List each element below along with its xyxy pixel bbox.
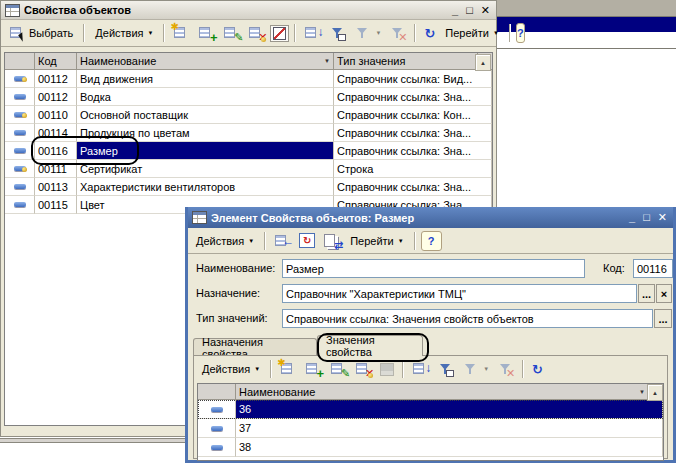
filter-by-value-icon [354, 25, 371, 41]
add-item-button[interactable]: ✱ [170, 23, 193, 43]
property-item-icon [14, 112, 26, 117]
code-field-label: Код: [603, 262, 625, 274]
goto-menu-label: Перейти [445, 27, 489, 39]
separator [402, 360, 404, 378]
reread-button[interactable]: ↻ [296, 231, 318, 250]
properties-table-header: Код Наименование ▼ Тип значения [5, 53, 492, 70]
header-type[interactable]: Тип значения [334, 53, 478, 70]
select-button[interactable]: Выбрать [4, 23, 78, 43]
clear-filter-button[interactable]: ✕ [494, 359, 517, 379]
edit-item-button[interactable]: ✎ [327, 359, 350, 379]
close-button[interactable]: ✕ [658, 212, 667, 223]
filter-settings-button[interactable] [434, 359, 457, 379]
refresh-button[interactable]: ↻ [529, 361, 546, 378]
separator [83, 24, 85, 42]
value-row[interactable]: 37 [198, 419, 663, 438]
sort-button[interactable]: ↓ [409, 359, 432, 379]
table-row-selected[interactable]: 00116 Размер Справочник ссылка: Зна... [5, 142, 492, 160]
code-field[interactable]: 00116 [633, 259, 673, 278]
table-row[interactable]: 00113 Характеристики вентиляторов Справо… [5, 178, 492, 196]
close-button[interactable]: ✕ [481, 5, 490, 16]
write-copy-icon: ⇄ [323, 233, 340, 249]
value-item-icon [211, 407, 223, 412]
sort-button[interactable]: ↓ [301, 23, 324, 43]
chevron-down-icon: ▼ [483, 366, 489, 372]
scroll-up-button[interactable]: ▲ [475, 54, 491, 71]
chevron-down-icon: ▼ [254, 366, 260, 372]
write-button[interactable]: ⇄ [320, 231, 343, 251]
goto-menu-button[interactable]: Перейти ▼ [345, 233, 409, 249]
table-row[interactable]: 00114 Продукция по цветам Справочник ссы… [5, 124, 492, 142]
type-field[interactable]: Справочник ссылка: Значения свойств объе… [282, 309, 653, 328]
maximize-button[interactable]: □ [466, 5, 473, 16]
delete-mark-button[interactable]: ✕ [245, 23, 268, 43]
properties-window-title: Свойства объектов [24, 4, 448, 16]
edit-pencil-icon: ✎ [223, 25, 240, 41]
filter-by-value-button[interactable]: ▼ [351, 23, 384, 43]
separator [414, 24, 416, 42]
purpose-clear-button[interactable]: × [656, 284, 672, 303]
header-code[interactable]: Код [35, 53, 77, 70]
element-form-window: Элемент Свойства объектов: Размер _ □ ✕ … [185, 207, 676, 463]
table-row[interactable]: 00111 Сертификат Строка [5, 160, 492, 178]
property-item-icon [14, 130, 26, 135]
chevron-down-icon: ▼ [248, 238, 254, 244]
go-to-list-button[interactable]: ← [271, 231, 294, 251]
name-field-label: Наименование: [196, 262, 275, 274]
element-titlebar: Элемент Свойства объектов: Размер _ □ ✕ [188, 207, 673, 228]
view-mode-button[interactable] [270, 25, 289, 42]
value-item-icon [211, 426, 223, 431]
purpose-browse-button[interactable]: ... [638, 284, 655, 303]
add-item-button[interactable]: ✱ [277, 359, 300, 379]
arrow-left-list-icon: ← [274, 233, 291, 249]
save-ok-button[interactable] [377, 361, 397, 378]
help-button[interactable]: ? [421, 231, 442, 251]
actions-menu-button[interactable]: Действия ▼ [191, 233, 259, 249]
values-table-header: Наименование ▼ [198, 384, 663, 400]
property-item-icon [14, 184, 26, 189]
edit-item-button[interactable]: ✎ [220, 23, 243, 43]
help-button[interactable]: ? [516, 23, 525, 43]
clear-filter-icon: ✕ [389, 25, 406, 41]
minimize-button[interactable]: _ [452, 5, 458, 16]
select-icon [9, 25, 26, 41]
actions-menu-label: Действия [202, 363, 250, 375]
element-window-title: Элемент Свойства объектов: Размер [211, 212, 625, 224]
refresh-button[interactable]: ↻ [421, 25, 438, 42]
property-item-icon [14, 148, 26, 153]
filter-settings-button[interactable] [326, 23, 349, 43]
background-toolbar-strip [497, 0, 676, 17]
minimize-button[interactable]: _ [629, 212, 635, 223]
delete-mark-button[interactable]: ✕ [352, 359, 375, 379]
value-row-selected[interactable]: 36 [198, 400, 663, 419]
goto-menu-label: Перейти [350, 235, 394, 247]
purpose-field[interactable]: Справочник "Характеристики ТМЦ" [282, 284, 637, 303]
goto-menu-button[interactable]: Перейти ▼ [440, 25, 504, 41]
separator [509, 24, 511, 42]
table-row[interactable]: 00112 Водка Справочник ссылка: Зна... [5, 88, 492, 106]
window-controls: _ □ ✕ [629, 212, 669, 223]
tab-values[interactable]: Значения свойства [317, 335, 423, 356]
clear-filter-button[interactable]: ✕ [386, 23, 409, 43]
value-item-icon [211, 445, 223, 450]
name-field[interactable]: Размер [282, 259, 585, 278]
actions-menu-button[interactable]: Действия ▼ [197, 361, 265, 377]
header-name[interactable]: Наименование ▼ [236, 384, 649, 400]
header-name[interactable]: Наименование ▼ [77, 53, 334, 70]
delete-cross-icon: ✕ [355, 361, 372, 377]
table-row[interactable]: 00110 Основной поставщик Справочник ссыл… [5, 106, 492, 124]
scroll-up-button[interactable]: ▲ [647, 384, 663, 401]
sort-icon: ↓ [304, 25, 321, 41]
add-group-button[interactable]: + [195, 23, 218, 43]
actions-menu-button[interactable]: Действия ▼ [90, 25, 158, 41]
filter-by-value-button[interactable]: ▼ [459, 359, 492, 379]
tab-assignments[interactable]: Назначения свойства [193, 338, 317, 356]
maximize-button[interactable]: □ [643, 212, 650, 223]
window-grid-icon [192, 211, 207, 224]
add-group-button[interactable]: + [302, 359, 325, 379]
selected-cell: 36 [236, 400, 663, 419]
element-toolbar: Действия ▼ ← ↻ ⇄ Перейти ▼ ? [188, 228, 673, 254]
value-row[interactable]: 38 [198, 438, 663, 457]
type-browse-button[interactable]: ... [654, 309, 672, 328]
table-row[interactable]: 00112 Вид движения Справочник ссылка: Ви… [5, 70, 492, 88]
